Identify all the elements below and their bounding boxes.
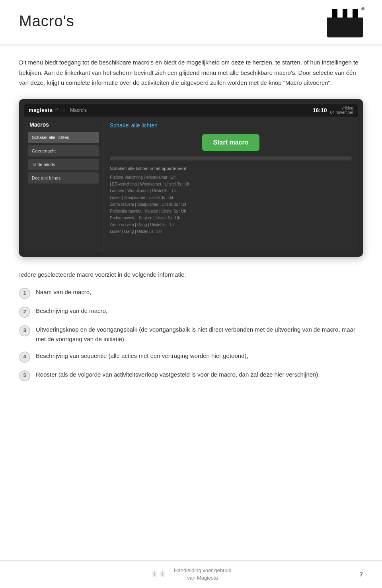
time-display: 16:10 — [313, 107, 327, 113]
mockup-titlebar: magiesta ** » Macro's 16:10 vrijdag 04 n… — [24, 104, 358, 117]
seq-6: Podna rasveta | Keuken | Uitstel 3s : Ui… — [110, 215, 352, 221]
seq-5: Plafonska rasveta | Keuken | Uitstel 3s … — [110, 208, 352, 215]
seq-2: Lampén | Woonkamer | Uitstel 3s : Uit — [110, 188, 352, 194]
date-display: vrijdag 04 november — [330, 106, 353, 115]
page-footer: ✳✳ Handleiding voor gebruik van Magiesta… — [0, 560, 382, 588]
info-intro: Iedere geselecteerde macro voorziet in d… — [19, 271, 363, 278]
ui-mockup: magiesta ** » Macro's 16:10 vrijdag 04 n… — [19, 99, 363, 257]
intro-paragraph: Dit menu biedt toegang tot de beschikbar… — [19, 57, 363, 88]
mockup-right: Schakel alle lichten Start macro Schakel… — [103, 117, 358, 252]
seq-3: Luster | Slaapkamer | Uitstel 3s : Uit — [110, 194, 352, 201]
numbered-list: 1 Naam van de macro, 2 Beschrijving van … — [19, 287, 363, 381]
num-badge-1: 1 — [19, 288, 30, 299]
mockup-body: Macros Schakel alle lichten Goedenacht T… — [24, 117, 358, 252]
seq-0: Plafond Verlichting | Woonkamer | Uit — [110, 174, 352, 181]
clapper-stripes — [327, 9, 363, 18]
macro-item-1[interactable]: Goedenacht — [28, 145, 99, 156]
stripe-5 — [347, 9, 353, 18]
list-text-1: Naam van de macro, — [36, 287, 363, 297]
sidebar-title: Macros — [28, 121, 99, 128]
list-item-5: 5 Rooster (als de volgorde van activitei… — [19, 370, 363, 381]
stripe-3 — [337, 9, 343, 18]
mockup-description: Schakelt alle lichten in het appartement — [110, 166, 352, 171]
footer-text: Handleiding voor gebruik van Magiesta — [174, 567, 231, 581]
mockup-sidebar: Macros Schakel alle lichten Goedenacht T… — [24, 117, 103, 252]
list-item-2: 2 Beschrijving van de macro, — [19, 306, 363, 318]
progress-bar — [110, 156, 352, 160]
footer-stars-icon: ✳✳ — [151, 569, 167, 580]
list-text-5: Rooster (als de volgorde van activiteits… — [36, 370, 363, 379]
stripe-6 — [353, 9, 358, 18]
list-item-1: 1 Naam van de macro, — [19, 287, 363, 299]
list-item-3: 3 Uitvoeringsknop en de voortgangsbalk (… — [19, 325, 363, 344]
magiesta-stars: ** — [55, 108, 58, 112]
time-area: 16:10 vrijdag 04 november — [313, 106, 353, 115]
clapper-body — [327, 18, 363, 37]
macro-item-0[interactable]: Schakel alle lichten — [28, 132, 99, 143]
clapper-dot — [361, 7, 364, 10]
seq-7: Zidna rasveta | Gang | Uitstel 3s : Uit — [110, 221, 352, 228]
num-badge-5: 5 — [19, 370, 30, 381]
breadcrumb-arrow: » — [63, 108, 65, 113]
date-line2: 04 november — [330, 110, 353, 115]
clapper-top — [327, 9, 363, 18]
page-header: Macro's — [0, 0, 382, 45]
seq-4: Zidna rasveta | Slaapkamer | Uitstel 3s … — [110, 201, 352, 208]
list-text-4: Beschrijving van sequentie (alle acties … — [36, 351, 363, 361]
list-text-2: Beschrijving van de macro, — [36, 306, 363, 316]
num-badge-4: 4 — [19, 352, 30, 363]
start-macro-button[interactable]: Start macro — [202, 134, 260, 151]
stripe-1 — [327, 9, 332, 18]
num-badge-3: 3 — [19, 325, 30, 336]
breadcrumb-label: Macro's — [70, 107, 87, 113]
footer-text-line2: van Magiesta — [174, 574, 231, 582]
mockup-section-title: Schakel alle lichten — [110, 122, 352, 129]
footer-text-line1: Handleiding voor gebruik — [174, 567, 231, 574]
magiesta-text: magiesta — [29, 107, 53, 113]
num-badge-2: 2 — [19, 307, 30, 318]
footer-page-number: 7 — [360, 571, 363, 578]
seq-8: Luster | Gang | Uitstel 3s : Uit — [110, 228, 352, 235]
page-title: Macro's — [19, 13, 74, 30]
macro-item-3[interactable]: Doe alle blinds — [28, 172, 99, 184]
date-line1: vrijdag — [330, 106, 353, 110]
main-content: Dit menu biedt toegang tot de beschikbar… — [0, 45, 382, 397]
list-text-3: Uitvoeringsknop en de voortgangsbalk (de… — [36, 325, 363, 344]
mockup-sequence: Plafond Verlichting | Woonkamer | Uit LE… — [110, 174, 352, 235]
seq-1: LED-verlichting | Woonkamer | Uitstel 3s… — [110, 181, 352, 188]
magiesta-logo: magiesta ** » Macro's — [29, 107, 87, 113]
stripe-2 — [332, 9, 337, 18]
list-item-4: 4 Beschrijving van sequentie (alle actie… — [19, 351, 363, 363]
stripe-4 — [343, 9, 348, 18]
clapperboard-icon — [327, 9, 363, 37]
macro-item-2[interactable]: Til de blinds — [28, 159, 99, 170]
